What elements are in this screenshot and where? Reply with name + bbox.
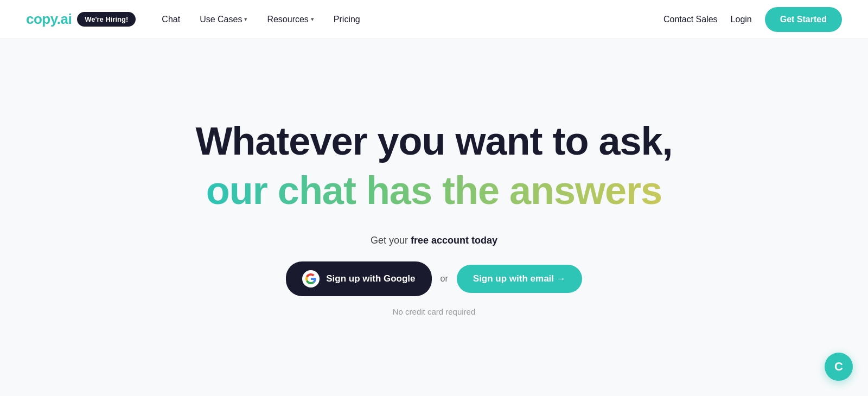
logo-text: copy.ai [26,11,72,28]
hero-subtitle: Get your free account today [371,235,497,246]
sign-up-google-button[interactable]: Sign up with Google [286,261,431,296]
logo: copy.ai We're Hiring! [26,11,136,28]
chat-bubble-icon: C [834,360,843,374]
hero-subline: our chat has the answers [206,168,662,213]
nav-chat[interactable]: Chat [153,10,189,29]
or-divider: or [441,274,448,284]
get-started-button[interactable]: Get Started [765,7,842,32]
sign-up-email-button[interactable]: Sign up with email → [457,265,582,293]
hiring-badge[interactable]: We're Hiring! [77,12,136,27]
contact-sales-link[interactable]: Contact Sales [663,15,718,24]
google-logo-svg [305,273,316,284]
login-link[interactable]: Login [731,15,752,24]
logo-ai: ai [61,11,72,27]
logo-dot: . [57,11,61,27]
nav-use-cases[interactable]: Use Cases ▾ [191,10,256,29]
no-credit-card-text: No credit card required [393,307,476,316]
nav-pricing[interactable]: Pricing [325,10,369,29]
cta-row: Sign up with Google or Sign up with emai… [286,261,582,296]
nav-right: Contact Sales Login Get Started [663,7,842,32]
chevron-down-icon: ▾ [244,16,247,23]
hero-section: Whatever you want to ask, our chat has t… [0,39,868,396]
nav-links: Chat Use Cases ▾ Resources ▾ Pricing [153,10,663,29]
logo-copy: copy [26,11,57,27]
chat-support-bubble[interactable]: C [825,353,853,381]
hero-headline: Whatever you want to ask, [195,119,672,164]
navbar: copy.ai We're Hiring! Chat Use Cases ▾ R… [0,0,868,39]
google-icon [302,270,320,288]
chevron-down-icon: ▾ [311,16,314,23]
nav-resources[interactable]: Resources ▾ [258,10,322,29]
